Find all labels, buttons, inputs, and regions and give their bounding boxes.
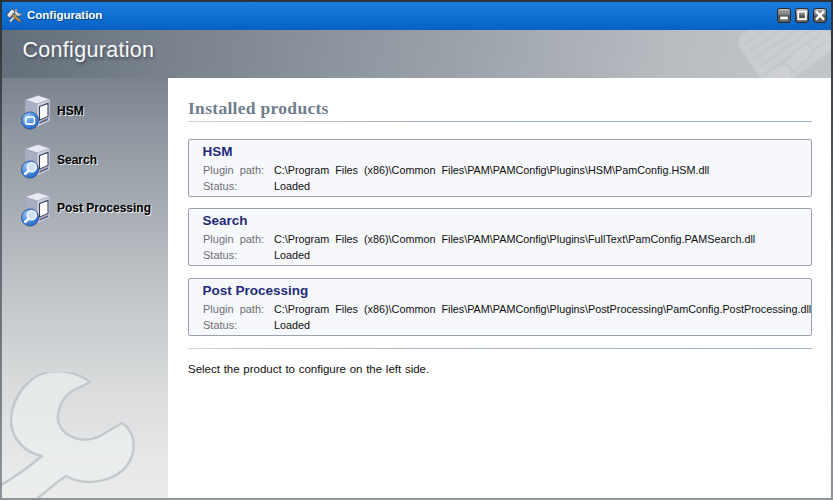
- status-label: Status:: [203, 319, 237, 331]
- plugin-path-value: C:\Program Files (x86)\Common Files\PAM\…: [274, 303, 811, 315]
- banner-title: Configuration: [23, 38, 155, 63]
- product-card-hsm: HSM Plugin path: C:\Program Files (x86)\…: [188, 139, 812, 197]
- sidebar-item-label: HSM: [57, 104, 84, 118]
- sidebar-item-post-processing[interactable]: Post Processing: [21, 190, 168, 228]
- titlebar[interactable]: Configuration: [2, 2, 831, 30]
- footer-note: Select the product to configure on the l…: [188, 363, 429, 375]
- sidebar-item-label: Search: [57, 153, 97, 167]
- plugin-path-value: C:\Program Files (x86)\Common Files\PAM\…: [274, 233, 755, 245]
- plugin-path-label: Plugin path:: [203, 164, 264, 176]
- server-display-icon: [21, 93, 53, 130]
- close-icon: [814, 9, 826, 22]
- maximize-icon: [796, 9, 808, 22]
- window-inner: Configuration: [2, 2, 831, 498]
- sidebar: HSM Search: [2, 78, 168, 498]
- page-title: Installed products: [188, 98, 329, 119]
- minimize-icon: [778, 9, 790, 22]
- close-button[interactable]: [813, 8, 827, 23]
- plugin-path-value: C:\Program Files (x86)\Common Files\PAM\…: [274, 164, 709, 176]
- minimize-button[interactable]: [777, 8, 791, 23]
- application-window: Configuration: [0, 0, 833, 500]
- tools-hammer-wrench-icon: [6, 8, 23, 25]
- plugin-path-label: Plugin path:: [203, 233, 264, 245]
- tools-watermark-icon: [711, 30, 831, 78]
- server-search-icon: [21, 142, 53, 179]
- window-title: Configuration: [27, 9, 102, 21]
- window-background: Configuration HS: [2, 30, 831, 498]
- status-label: Status:: [203, 180, 237, 192]
- footer-divider: [188, 348, 812, 349]
- banner: Configuration: [2, 30, 831, 78]
- status-value: Loaded: [274, 319, 310, 331]
- status-label: Status:: [203, 249, 237, 261]
- product-name: HSM: [203, 144, 233, 159]
- heading-divider: [188, 121, 812, 122]
- sidebar-item-hsm[interactable]: HSM: [21, 93, 168, 131]
- product-name: Post Processing: [203, 283, 309, 298]
- server-search-icon: [21, 190, 53, 227]
- product-card-post-processing: Post Processing Plugin path: C:\Program …: [188, 278, 812, 336]
- product-card-search: Search Plugin path: C:\Program Files (x8…: [188, 208, 812, 266]
- maximize-button[interactable]: [795, 8, 809, 23]
- status-value: Loaded: [274, 249, 310, 261]
- product-name: Search: [203, 213, 248, 228]
- wrench-watermark-icon: [2, 372, 170, 498]
- plugin-path-label: Plugin path:: [203, 303, 264, 315]
- sidebar-item-label: Post Processing: [57, 201, 151, 215]
- content-panel: Installed products HSM Plugin path: C:\P…: [168, 78, 831, 498]
- status-value: Loaded: [274, 180, 310, 192]
- sidebar-item-search[interactable]: Search: [21, 142, 168, 180]
